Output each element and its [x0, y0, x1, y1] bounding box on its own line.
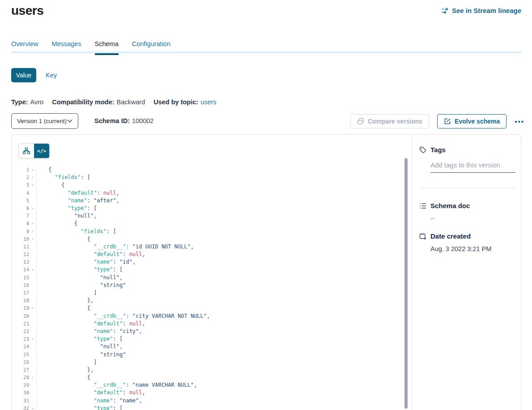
gutter: 27 — [12, 366, 37, 374]
fold-arrow-icon[interactable]: ▾ — [29, 235, 36, 243]
calendar-add-icon — [419, 233, 426, 240]
line-number: 9 — [12, 228, 29, 235]
code-line: 6▾ "type": [ — [12, 205, 412, 212]
code-text: "name": "city", — [37, 328, 142, 335]
fold-arrow-icon[interactable]: ▾ — [29, 405, 36, 410]
line-number: 23 — [12, 335, 29, 343]
active-tab-indicator — [95, 53, 119, 55]
fold-arrow-icon[interactable]: ▾ — [29, 205, 36, 212]
gutter: 12 — [12, 251, 37, 258]
line-number: 27 — [12, 366, 29, 374]
line-number: 21 — [12, 320, 29, 328]
stream-lineage-icon — [442, 7, 449, 14]
value-toggle-button[interactable]: Value — [11, 68, 36, 82]
code-line: 13 "name": "id", — [12, 258, 412, 266]
code-view-icon: </> — [37, 148, 46, 154]
chevron-down-icon — [67, 119, 72, 123]
line-number: 25 — [12, 351, 29, 359]
gutter: 30 — [12, 389, 37, 397]
list-icon — [419, 202, 426, 209]
fold-arrow-icon[interactable]: ▾ — [29, 304, 36, 312]
more-actions-button[interactable]: ••• — [515, 118, 524, 125]
gutter: 29 — [12, 381, 37, 389]
code-text: }, — [37, 366, 94, 374]
code-text: "fields": [ — [37, 174, 90, 181]
code-line: 25 "string" — [12, 351, 412, 359]
code-view-button[interactable]: </> — [34, 144, 49, 158]
line-number: 30 — [12, 389, 29, 397]
evolve-schema-label: Evolve schema — [455, 118, 500, 125]
compare-versions-button[interactable]: Compare versions — [350, 114, 429, 128]
fold-arrow-icon[interactable]: ▾ — [29, 374, 36, 381]
line-number: 4 — [12, 189, 29, 197]
code-text: "fields": [ — [37, 228, 116, 235]
line-number: 16 — [12, 282, 29, 289]
see-in-stream-lineage-link[interactable]: See in Stream lineage — [442, 7, 521, 14]
gutter: 19▾ — [12, 304, 37, 312]
scrollbar-thumb[interactable] — [404, 158, 408, 409]
line-number: 11 — [12, 243, 29, 251]
fold-arrow-icon[interactable]: ▾ — [29, 166, 36, 174]
date-created-value: Aug. 3 2022 3:21 PM — [430, 245, 515, 252]
compare-versions-icon — [357, 118, 364, 125]
code-text: "string" — [37, 351, 126, 359]
code-line: 8▾ { — [12, 220, 412, 227]
tags-section: Tags — [419, 146, 515, 199]
schema-doc-section: Schema doc -- — [419, 202, 515, 222]
fold-arrow-icon[interactable]: ▾ — [29, 335, 36, 343]
fold-spacer — [29, 297, 36, 304]
fold-spacer — [29, 274, 36, 282]
fold-spacer — [29, 258, 36, 266]
code-text: { — [37, 181, 64, 189]
fold-arrow-icon[interactable]: ▾ — [29, 220, 36, 227]
line-number: 8 — [12, 220, 29, 227]
line-number: 22 — [12, 328, 29, 335]
line-number: 26 — [12, 359, 29, 366]
line-number: 15 — [12, 274, 29, 282]
fold-arrow-icon[interactable]: ▾ — [29, 266, 36, 273]
compatibility-mode-value: Backward — [117, 98, 145, 106]
code-line: 24 "null", — [12, 343, 412, 350]
code-line: 2▾ "fields": [ — [12, 174, 412, 181]
code-line: 23▾ "type": [ — [12, 335, 412, 343]
code-line: 32▾ "type": [ — [12, 405, 412, 410]
fold-spacer — [29, 343, 36, 350]
code-text: "default": null, — [37, 251, 145, 258]
fold-spacer — [29, 251, 36, 258]
gutter: 24 — [12, 343, 37, 350]
code-text: "__crdb__": "id UUID NOT NULL", — [37, 243, 194, 251]
fold-spacer — [29, 328, 36, 335]
code-line: 12 "default": null, — [12, 251, 412, 258]
gutter: 16 — [12, 282, 37, 289]
line-number: 12 — [12, 251, 29, 258]
gutter: 28▾ — [12, 374, 37, 381]
code-text: ] — [37, 289, 97, 297]
tags-input[interactable] — [430, 159, 515, 173]
line-number: 5 — [12, 197, 29, 205]
tab-track — [11, 51, 521, 53]
code-line: 11 "__crdb__": "id UUID NOT NULL", — [12, 243, 412, 251]
used-by-topic-link[interactable]: users — [200, 98, 216, 106]
schema-id-label: Schema ID: — [94, 117, 130, 124]
key-toggle-link[interactable]: Key — [46, 72, 57, 79]
line-number: 20 — [12, 312, 29, 320]
line-number: 31 — [12, 397, 29, 405]
fold-arrow-icon[interactable]: ▾ — [29, 228, 36, 235]
code-line: 22 "name": "city", — [12, 328, 412, 335]
sidebar-divider — [419, 188, 515, 188]
tree-view-button[interactable] — [19, 144, 34, 158]
fold-arrow-icon[interactable]: ▾ — [29, 181, 36, 189]
code-text: { — [37, 235, 90, 243]
line-number: 1 — [12, 166, 29, 174]
line-number: 17 — [12, 289, 29, 297]
version-select[interactable]: Version 1 (current) — [11, 113, 78, 129]
code-text: "__crdb__": "name VARCHAR NULL", — [37, 381, 197, 389]
code-line: 20 "__crdb__": "city VARCHAR NOT NULL", — [12, 312, 412, 320]
evolve-schema-button[interactable]: Evolve schema — [437, 114, 506, 128]
fold-spacer — [29, 189, 36, 197]
code-text: "name": "id", — [37, 258, 136, 266]
line-number: 29 — [12, 381, 29, 389]
code-text: "default": null, — [37, 189, 119, 197]
fold-arrow-icon[interactable]: ▾ — [29, 174, 36, 181]
line-number: 19 — [12, 304, 29, 312]
